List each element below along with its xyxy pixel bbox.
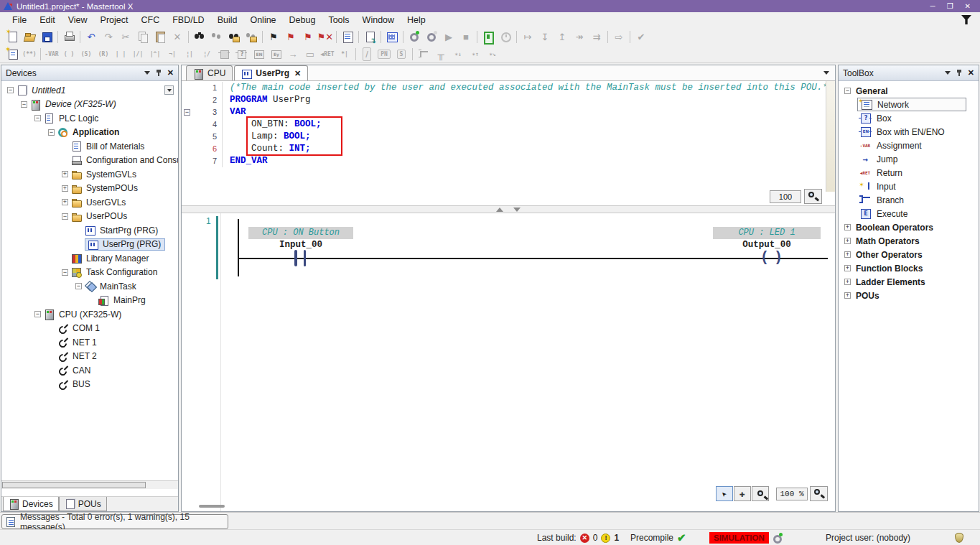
insert-negated-contact-button[interactable]: |/| — [129, 46, 146, 62]
tree-item-can[interactable]: CAN — [1, 363, 178, 378]
expand-icon[interactable]: + — [844, 238, 851, 244]
next-bookmark-button[interactable]: ⚑ — [299, 29, 317, 45]
stop-button[interactable]: ■ — [457, 29, 475, 45]
undo-button[interactable]: ↶ — [83, 29, 100, 45]
save-project-button[interactable] — [38, 29, 55, 45]
collapse-icon[interactable]: − — [34, 115, 41, 121]
tab-userprg[interactable]: UserPrg ✕ — [234, 65, 308, 80]
find-button[interactable] — [191, 29, 208, 45]
panel-close-icon[interactable]: ✕ — [968, 68, 974, 78]
tree-item-userpous[interactable]: −UserPOUs — [1, 210, 178, 224]
tree-item-plc-logic[interactable]: −PLC Logic — [1, 111, 178, 126]
expand-icon[interactable]: + — [844, 279, 851, 285]
toolbox-group-ladder-elements[interactable]: + Ladder Elements — [839, 275, 979, 289]
tab-close-icon[interactable]: ✕ — [294, 69, 301, 78]
toolbox-item-box[interactable]: Box — [857, 111, 979, 125]
collapse-icon[interactable]: − — [48, 129, 55, 136]
insert-parallel-contact-button[interactable]: ¦| — [181, 46, 198, 62]
tree-item-userprg-prg[interactable]: UserPrg (PRG) — [1, 238, 178, 252]
edge-detection-button[interactable]: PN — [375, 46, 393, 62]
toolbox-group-function-blocks[interactable]: + Function Blocks — [839, 261, 979, 275]
paste-button[interactable] — [151, 29, 169, 45]
runtime-clock-button[interactable] — [497, 29, 514, 45]
insert-network-below-button[interactable]: ✶↓ — [449, 46, 467, 62]
insert-coil-button[interactable]: ( ) — [60, 46, 78, 62]
toolbox-item-return[interactable]: ◀RET Return — [857, 166, 979, 180]
insert-branch-button[interactable] — [415, 46, 432, 62]
select-tool-button[interactable]: ➤ — [716, 486, 733, 501]
toggle-bookmark-button[interactable]: ⚑ — [265, 29, 282, 45]
collapse-icon[interactable]: − — [75, 283, 82, 289]
tree-item-application[interactable]: −Application — [1, 126, 178, 140]
collapse-icon[interactable]: − — [62, 269, 68, 276]
build-button[interactable] — [383, 29, 401, 45]
toolbox-item-box-en-eno[interactable]: Box with EN/ENO — [857, 125, 979, 139]
expand-icon[interactable]: + — [62, 185, 68, 192]
tab-list-dropdown-icon[interactable] — [823, 71, 829, 75]
restore-button[interactable]: ❐ — [947, 2, 953, 10]
expand-icon[interactable]: + — [62, 199, 68, 205]
insert-empty-box-with-en-eno-button[interactable] — [267, 46, 284, 62]
declaration-vscrollbar[interactable] — [826, 81, 835, 192]
panel-dropdown-icon[interactable] — [144, 71, 150, 75]
expand-icon[interactable]: + — [844, 251, 851, 258]
ladder-zoom-value[interactable]: 100 % — [776, 488, 808, 500]
insert-box-button[interactable] — [215, 46, 233, 62]
collapse-icon[interactable]: − — [34, 311, 41, 317]
toolbox-group-general[interactable]: − General — [839, 84, 979, 98]
expand-icon[interactable]: + — [844, 292, 851, 299]
tree-item-task-configuration[interactable]: −Task Configuration — [1, 266, 178, 280]
declaration-editor[interactable]: 1 (*The main code inserted by the user a… — [182, 81, 835, 206]
insert-input-button[interactable]: *| — [336, 46, 353, 62]
network-number[interactable]: 1 — [206, 216, 211, 226]
tab-pous[interactable]: POUs — [59, 497, 107, 511]
declaration-zoom-button[interactable] — [804, 189, 822, 204]
insert-assignment-button[interactable]: -VAR — [43, 46, 60, 62]
toolbox-group-pous[interactable]: + POUs — [839, 289, 979, 302]
tree-item-library-manager[interactable]: Library Manager — [1, 251, 178, 266]
write-values-button[interactable]: ✔ — [633, 29, 650, 45]
coil-comment[interactable]: CPU : LED 1 — [713, 227, 821, 239]
menu-edit[interactable]: Edit — [33, 14, 62, 27]
code-line[interactable]: 1 (*The main code inserted by the user a… — [182, 82, 835, 94]
pin-icon[interactable] — [156, 69, 162, 77]
replace-button[interactable] — [208, 29, 225, 45]
tree-item-bus[interactable]: BUS — [1, 378, 178, 392]
insert-empty-box-button[interactable] — [233, 46, 250, 62]
run-to-cursor-button[interactable]: ↠ — [571, 29, 588, 45]
previous-bookmark-button[interactable]: ⚑ — [282, 29, 299, 45]
step-into-button[interactable]: ↧ — [536, 29, 554, 45]
menu-view[interactable]: View — [62, 14, 94, 27]
tree-item-configuration-and-consum[interactable]: Configuration and Consum — [1, 154, 178, 168]
filter-icon[interactable] — [961, 15, 971, 24]
editor-splitter[interactable] — [182, 206, 835, 213]
delete-button[interactable]: ✕ — [169, 29, 186, 45]
open-project-button[interactable] — [21, 29, 38, 45]
tree-item-net-1[interactable]: NET 1 — [1, 335, 178, 350]
menu-tools[interactable]: Tools — [322, 14, 355, 27]
menu-online[interactable]: Online — [243, 14, 282, 27]
insert-network-button[interactable] — [4, 46, 21, 62]
pin-icon[interactable] — [956, 69, 962, 77]
find-in-project-button[interactable] — [225, 29, 243, 45]
tree-item-cpu-xf325-w[interactable]: −CPU (XF325-W) — [1, 307, 178, 322]
replace-in-project-button[interactable] — [243, 29, 260, 45]
flow-control-button[interactable]: ⇨ — [610, 29, 627, 45]
insert-contact-button[interactable]: | | — [112, 46, 129, 62]
expand-icon[interactable]: + — [62, 171, 68, 177]
print-button[interactable] — [60, 29, 78, 45]
set-next-statement-button[interactable]: ⇉ — [588, 29, 605, 45]
login-button[interactable] — [406, 29, 423, 45]
toolbox-group-other-operators[interactable]: + Other Operators — [839, 248, 979, 261]
fold-collapse-icon[interactable]: − — [184, 109, 190, 116]
toolbox-group-boolean-operators[interactable]: + Boolean Operators — [839, 220, 979, 234]
tree-item-systemgvls[interactable]: +SystemGVLs — [1, 167, 178, 182]
toolbox-item-assignment[interactable]: -VAR Assignment — [857, 139, 979, 152]
tree-item-systempous[interactable]: +SystemPOUs — [1, 182, 178, 196]
step-over-button[interactable]: ↦ — [519, 29, 536, 45]
negate-button[interactable]: / — [358, 46, 375, 62]
insert-branch-above-button[interactable]: ╥ — [432, 46, 449, 62]
ladder-editor[interactable]: 1 CPU : ON Button Input_00 CPU : LED 1 O… — [182, 213, 835, 511]
set-reset-button[interactable]: S — [393, 46, 410, 62]
toolbox-item-branch[interactable]: Branch — [857, 193, 979, 207]
